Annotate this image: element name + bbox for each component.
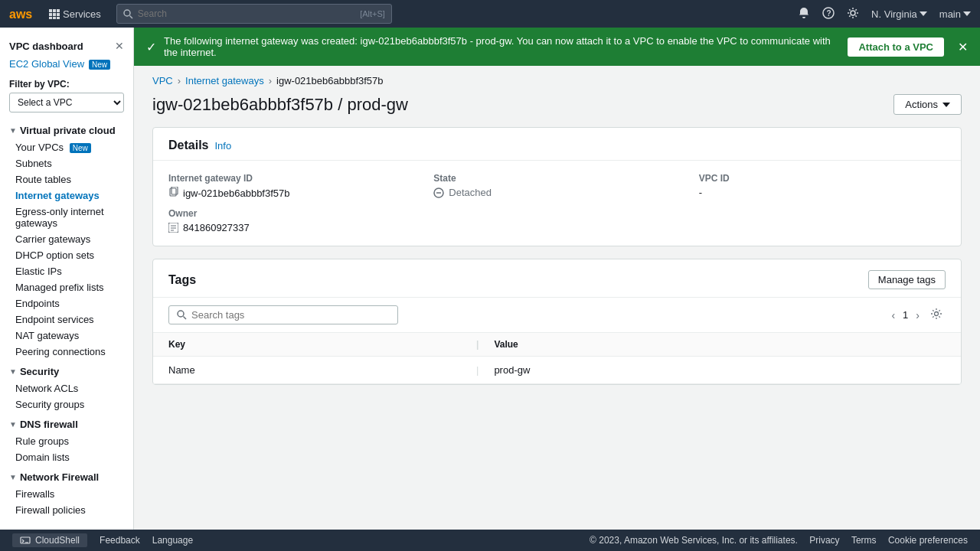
top-nav: aws Services [Alt+S] ? N. Virginia main — [0, 0, 980, 28]
region-label: N. Virginia — [871, 8, 917, 20]
sidebar-link-ec2-global-view[interactable]: EC2 Global View — [0, 55, 133, 73]
sidebar-item-elastic-ips[interactable]: Elastic IPs — [0, 263, 133, 279]
svg-rect-1 — [49, 9, 52, 12]
details-info-link[interactable]: Info — [214, 140, 231, 152]
sidebar-item-carrier-gateways[interactable]: Carrier gateways — [0, 231, 133, 247]
sidebar-item-route-tables[interactable]: Route tables — [0, 171, 133, 187]
svg-point-10 — [124, 10, 130, 16]
chevron-down-icon: ▼ — [9, 473, 17, 481]
actions-label: Actions — [905, 99, 938, 110]
chevron-down-icon: ▼ — [9, 367, 17, 376]
state-text: Detached — [449, 187, 492, 198]
sidebar-item-nat-gateways[interactable]: NAT gateways — [0, 328, 133, 344]
cookie-link[interactable]: Cookie preferences — [888, 535, 968, 546]
sidebar-section-nfw-label: Network Firewall — [20, 471, 99, 483]
breadcrumb: VPC › Internet gateways › igw-021beb6abb… — [134, 66, 980, 91]
table-settings-button[interactable] — [927, 306, 946, 324]
tags-pagination: ‹ 1 › — [888, 306, 946, 324]
sidebar-item-rule-groups[interactable]: Rule groups — [0, 433, 133, 449]
svg-rect-9 — [57, 17, 60, 19]
sidebar-item-firewalls[interactable]: Firewalls — [0, 486, 133, 502]
svg-point-14 — [851, 11, 855, 15]
breadcrumb-sep-2: › — [269, 75, 272, 86]
sidebar-item-network-acls[interactable]: Network ACLs — [0, 380, 133, 396]
terms-link[interactable]: Terms — [851, 535, 877, 546]
search-bar[interactable]: [Alt+S] — [116, 4, 392, 24]
region-selector[interactable]: N. Virginia — [871, 8, 927, 20]
copy-icon[interactable] — [168, 187, 178, 199]
vpc-filter-select[interactable]: Select a VPC — [9, 93, 124, 112]
sidebar-header: VPC dashboard ✕ — [0, 34, 133, 55]
pagination-next-button[interactable]: › — [913, 308, 923, 323]
sidebar-filter-label: Filter by VPC: — [0, 73, 133, 93]
sidebar-item-firewall-policies[interactable]: Firewall policies — [0, 502, 133, 518]
breadcrumb-internet-gateways[interactable]: Internet gateways — [185, 75, 264, 86]
cloudshell-button[interactable]: CloudShell — [12, 533, 87, 547]
tag-value: prod-gw — [479, 357, 961, 384]
top-nav-right: ? N. Virginia main — [798, 7, 971, 21]
settings-icon[interactable] — [847, 7, 859, 21]
owner-text: 841860927337 — [183, 222, 250, 233]
detail-gateway-id: Internet gateway ID igw-021beb6abbbf3f57… — [168, 173, 415, 199]
attach-to-vpc-button[interactable]: Attach to a VPC — [848, 37, 944, 57]
breadcrumb-vpc[interactable]: VPC — [152, 75, 173, 86]
services-button[interactable]: Services — [43, 5, 107, 23]
detail-state: State Detached — [433, 173, 680, 199]
sidebar-title: VPC dashboard — [9, 41, 83, 52]
details-card: Details Info Internet gateway ID igw-021… — [152, 127, 962, 246]
tags-search-input[interactable] — [191, 309, 390, 321]
details-section-title: Details — [168, 139, 208, 152]
gateway-id-text: igw-021beb6abbbf3f57b — [183, 187, 290, 199]
account-label: main — [939, 8, 961, 20]
notifications-icon[interactable] — [798, 7, 810, 21]
sidebar: VPC dashboard ✕ EC2 Global View Filter b… — [0, 28, 134, 551]
success-icon: ✓ — [146, 40, 156, 54]
sidebar-close-icon[interactable]: ✕ — [115, 40, 124, 52]
actions-button[interactable]: Actions — [893, 94, 962, 115]
alert-banner: ✓ The following internet gateway was cre… — [134, 28, 980, 66]
owner-value: 841860927337 — [168, 222, 415, 233]
bottom-bar-right: © 2023, Amazon Web Services, Inc. or its… — [590, 535, 968, 546]
language-link[interactable]: Language — [152, 535, 193, 546]
sidebar-item-domain-lists[interactable]: Domain lists — [0, 449, 133, 465]
svg-point-25 — [935, 311, 939, 315]
alert-dismiss-icon[interactable]: ✕ — [958, 40, 968, 54]
sidebar-section-security[interactable]: ▼ Security — [0, 360, 133, 380]
gateway-id-label: Internet gateway ID — [168, 173, 415, 184]
search-shortcut: [Alt+S] — [360, 9, 385, 18]
svg-rect-3 — [57, 9, 60, 12]
help-icon[interactable]: ? — [822, 7, 835, 21]
chevron-down-icon: ▼ — [9, 126, 17, 135]
sidebar-section-network-firewall[interactable]: ▼ Network Firewall — [0, 465, 133, 486]
search-input[interactable] — [138, 8, 355, 19]
sidebar-item-security-groups[interactable]: Security groups — [0, 396, 133, 412]
tags-card-header: Tags Manage tags — [153, 259, 961, 298]
sidebar-item-subnets[interactable]: Subnets — [0, 155, 133, 171]
aws-logo[interactable]: aws — [9, 6, 34, 21]
sidebar-item-egress-only[interactable]: Egress-only internet gateways — [0, 204, 133, 231]
pagination-prev-button[interactable]: ‹ — [888, 308, 898, 323]
sidebar-section-dns-label: DNS firewall — [20, 419, 78, 430]
tags-section-title: Tags — [168, 273, 196, 287]
svg-line-11 — [129, 15, 132, 18]
sidebar-section-dns-firewall[interactable]: ▼ DNS firewall — [0, 412, 133, 433]
feedback-link[interactable]: Feedback — [100, 535, 140, 546]
sidebar-section-security-label: Security — [20, 366, 59, 377]
page-title: igw-021beb6abbbf3f57b / prod-gw — [152, 95, 408, 115]
account-selector[interactable]: main — [939, 8, 971, 20]
sidebar-item-peering[interactable]: Peering connections — [0, 344, 133, 360]
gateway-id-value: igw-021beb6abbbf3f57b — [168, 187, 415, 199]
sidebar-item-endpoint-services[interactable]: Endpoint services — [0, 311, 133, 328]
sidebar-section-vpc[interactable]: ▼ Virtual private cloud — [0, 119, 133, 139]
manage-tags-button[interactable]: Manage tags — [868, 270, 946, 289]
tags-table-header-row: Key | Value — [153, 333, 961, 357]
svg-rect-6 — [57, 13, 60, 16]
sidebar-item-your-vpcs[interactable]: Your VPCs New — [0, 139, 133, 155]
copyright-text: © 2023, Amazon Web Services, Inc. or its… — [590, 535, 798, 546]
privacy-link[interactable]: Privacy — [809, 535, 839, 546]
sidebar-item-endpoints[interactable]: Endpoints — [0, 295, 133, 311]
sidebar-item-managed-prefix[interactable]: Managed prefix lists — [0, 279, 133, 295]
tags-search[interactable] — [168, 305, 398, 324]
sidebar-item-dhcp[interactable]: DHCP option sets — [0, 247, 133, 263]
sidebar-item-internet-gateways[interactable]: Internet gateways — [0, 187, 133, 204]
